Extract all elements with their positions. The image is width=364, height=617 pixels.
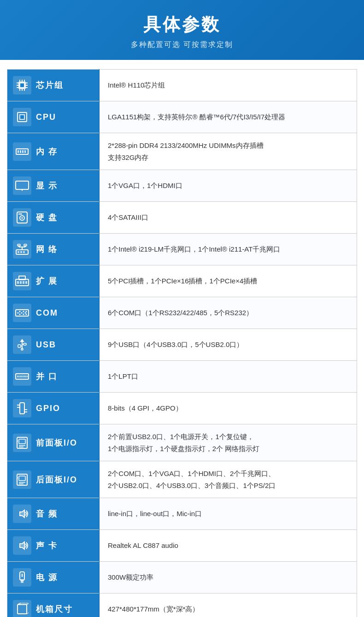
table-row: 网 络 1个Intel® i219-LM千兆网口，1个Intel® i211-A… — [7, 234, 357, 265]
svg-rect-22 — [16, 181, 29, 189]
table-row: GPIO 8-bits（4 GPI，4GPO） — [7, 393, 357, 424]
soundcard-icon — [13, 536, 31, 555]
dimensions-icon — [13, 600, 31, 617]
front-panel-icon — [13, 434, 31, 452]
label-text-dimensions: 机箱尺寸 — [36, 604, 73, 615]
table-row: USB 9个USB口（4个USB3.0口，5个USB2.0口） — [7, 329, 357, 361]
rear-panel-icon — [13, 470, 31, 489]
table-row: 机箱尺寸 427*480*177mm（宽*深*高） — [7, 593, 357, 617]
harddisk-icon — [13, 208, 31, 227]
value-cell-cpu: LGA1151构架，支持英特尔® 酷睿™6代/7代I3/I5/I7处理器 — [100, 101, 357, 133]
label-text-gpio: GPIO — [36, 404, 60, 413]
label-text-memory: 内 存 — [36, 146, 58, 157]
value-cell-parallel: 1个LPT口 — [100, 361, 357, 393]
label-cell-front-panel: 前面板I/O — [7, 424, 100, 461]
svg-point-47 — [19, 311, 21, 312]
spec-table-wrapper: 芯片组 Intel® H110芯片组 CPU LGA1151构架，支持英特尔® … — [0, 60, 364, 617]
label-text-power: 电 源 — [36, 572, 58, 583]
svg-rect-32 — [23, 251, 25, 253]
value-cell-front-panel: 2个前置USB2.0口、1个电源开关，1个复位键，1个电源指示灯，1个硬盘指示灯… — [100, 424, 357, 461]
label-text-front-panel: 前面板I/O — [36, 437, 77, 448]
audio-icon — [13, 505, 31, 523]
svg-point-53 — [26, 311, 27, 312]
value-cell-harddisk: 4个SATAIII口 — [100, 202, 357, 234]
label-text-network: 网 络 — [36, 244, 58, 255]
value-cell-dimensions: 427*480*177mm（宽*深*高） — [100, 593, 357, 617]
table-row: CPU LGA1151构架，支持英特尔® 酷睿™6代/7代I3/I5/I7处理器 — [7, 101, 357, 133]
label-cell-audio: 音 频 — [7, 498, 100, 530]
svg-point-49 — [21, 312, 23, 314]
svg-rect-77 — [19, 439, 25, 444]
label-cell-network: 网 络 — [7, 234, 100, 265]
svg-point-50 — [23, 311, 24, 312]
svg-point-80 — [17, 441, 18, 441]
svg-rect-21 — [24, 150, 26, 153]
label-text-chipset: 芯片组 — [36, 80, 64, 91]
parallel-icon — [13, 367, 31, 386]
table-row: 前面板I/O 2个前置USB2.0口、1个电源开关，1个复位键，1个电源指示灯，… — [7, 424, 357, 461]
label-cell-dimensions: 机箱尺寸 — [7, 593, 100, 617]
table-row: 内 存 2*288-pin DDR4 2133/2400MHz UDIMMs内存… — [7, 133, 357, 170]
svg-point-54 — [26, 314, 27, 315]
label-text-soundcard: 声 卡 — [36, 540, 58, 551]
label-cell-cpu: CPU — [7, 101, 100, 133]
table-row: 并 口 1个LPT口 — [7, 361, 357, 393]
page-subtitle: 多种配置可选 可按需求定制 — [9, 40, 355, 50]
network-icon — [13, 240, 31, 259]
value-cell-rear-panel: 2个COM口、1个VGA口、1个HDMI口、2个千兆网口、2个USB2.0口、4… — [100, 461, 357, 498]
value-cell-audio: line-in口，line-out口，Mic-in口 — [100, 498, 357, 530]
svg-rect-31 — [20, 251, 22, 253]
label-text-expansion: 扩 展 — [36, 276, 58, 287]
page-header: 具体参数 多种配置可选 可按需求定制 — [0, 0, 364, 60]
label-cell-chipset: 芯片组 — [7, 70, 100, 101]
svg-point-27 — [21, 217, 23, 219]
value-cell-gpio: 8-bits（4 GPI，4GPO） — [100, 393, 357, 424]
svg-rect-44 — [25, 281, 27, 284]
svg-rect-16 — [20, 115, 24, 119]
svg-marker-56 — [20, 339, 24, 342]
label-text-display: 显 示 — [36, 180, 58, 191]
label-text-com: COM — [36, 308, 58, 318]
label-text-harddisk: 硬 盘 — [36, 212, 58, 223]
svg-rect-28 — [18, 213, 22, 215]
table-row: 芯片组 Intel® H110芯片组 — [7, 70, 357, 101]
label-cell-com: COM — [7, 297, 100, 329]
value-cell-usb: 9个USB口（4个USB3.0口，5个USB2.0口） — [100, 329, 357, 361]
svg-rect-42 — [20, 281, 22, 284]
page-title: 具体参数 — [9, 13, 355, 36]
page-container: 具体参数 多种配置可选 可按需求定制 芯片组 Intel® — [0, 0, 364, 617]
label-text-usb: USB — [36, 340, 56, 350]
power-icon — [13, 568, 31, 587]
svg-rect-71 — [20, 403, 24, 414]
usb-icon — [13, 335, 31, 354]
svg-rect-1 — [20, 83, 24, 87]
label-text-parallel: 并 口 — [36, 371, 58, 382]
label-cell-parallel: 并 口 — [7, 361, 100, 393]
display-icon — [13, 176, 31, 195]
spec-table: 芯片组 Intel® H110芯片组 CPU LGA1151构架，支持英特尔® … — [7, 69, 357, 617]
table-row: 声 卡 Realtek AL C887 audio — [7, 530, 357, 562]
value-cell-com: 6个COM口（1个RS232/422/485，5个RS232） — [100, 297, 357, 329]
label-cell-usb: USB — [7, 329, 100, 361]
label-text-cpu: CPU — [36, 112, 56, 122]
svg-point-48 — [19, 314, 21, 315]
svg-point-52 — [25, 312, 26, 314]
svg-rect-18 — [18, 150, 19, 153]
value-cell-soundcard: Realtek AL C887 audio — [100, 530, 357, 562]
svg-point-85 — [17, 477, 18, 478]
label-cell-memory: 内 存 — [7, 133, 100, 170]
table-row: 扩 展 5个PCI插槽，1个PCIe×16插槽，1个PCIe×4插槽 — [7, 265, 357, 297]
svg-rect-20 — [22, 150, 23, 153]
value-cell-chipset: Intel® H110芯片组 — [100, 70, 357, 101]
label-cell-harddisk: 硬 盘 — [7, 202, 100, 234]
memory-icon — [13, 142, 31, 161]
value-cell-network: 1个Intel® i219-LM千兆网口，1个Intel® i211-AT千兆网… — [100, 234, 357, 265]
value-cell-display: 1个VGA口，1个HDMI口 — [100, 170, 357, 202]
value-cell-expansion: 5个PCI插槽，1个PCIe×16插槽，1个PCIe×4插槽 — [100, 265, 357, 297]
svg-rect-43 — [23, 281, 24, 284]
cpu-icon — [13, 108, 31, 126]
label-cell-expansion: 扩 展 — [7, 265, 100, 297]
label-cell-display: 显 示 — [7, 170, 100, 202]
chipset-icon — [13, 76, 31, 94]
value-cell-memory: 2*288-pin DDR4 2133/2400MHz UDIMMs内存插槽支持… — [100, 133, 357, 170]
